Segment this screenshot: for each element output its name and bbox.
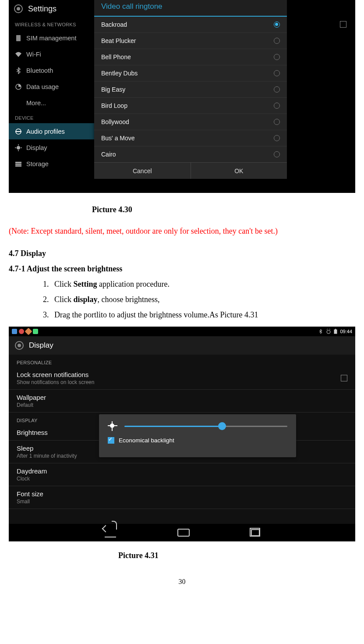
display-icon: [15, 144, 22, 151]
brightness-icon: [108, 421, 117, 431]
svg-rect-9: [15, 162, 21, 163]
step-bold: display: [74, 295, 98, 304]
ringtone-option-bell-phone[interactable]: Bell Phone: [94, 49, 287, 65]
row-lock-notifications[interactable]: Lock screen notifications Show notificat…: [9, 367, 355, 390]
step-bold: Setting: [74, 280, 97, 288]
ringtone-option-beat-plucker[interactable]: Beat Plucker: [94, 33, 287, 49]
recent-apps-button[interactable]: [251, 529, 260, 536]
sidebar-item-label: Storage: [26, 160, 49, 167]
sidebar-item-label: More...: [26, 100, 46, 107]
display-body: PERSONALIZE Lock screen notifications Sh…: [9, 355, 355, 524]
checkbox-icon[interactable]: [341, 375, 347, 381]
status-icons-left: [12, 329, 38, 334]
ok-button[interactable]: OK: [191, 163, 287, 179]
step-2: Click display, choose brightness,: [51, 295, 355, 304]
sidebar-item-display[interactable]: Display: [9, 139, 94, 156]
svg-rect-15: [334, 330, 337, 334]
ringtone-label: Bollywood: [101, 118, 129, 125]
checkbox-icon: [340, 21, 346, 28]
ringtone-option-bird-loop[interactable]: Bird Loop: [94, 98, 287, 114]
cancel-button[interactable]: Cancel: [94, 163, 191, 179]
ringtone-option-bentley-dubs[interactable]: Bentley Dubs: [94, 65, 287, 82]
ringtone-label: Beat Plucker: [101, 37, 136, 44]
slider-thumb[interactable]: [218, 422, 226, 430]
step-text: Click: [54, 280, 74, 288]
display-header: Display: [9, 336, 355, 355]
wifi-icon: [15, 51, 22, 58]
radio-icon: [274, 151, 280, 157]
row-subtitle: Default: [17, 402, 46, 408]
ringtone-option-cairo[interactable]: Cairo: [94, 146, 287, 162]
screenshot-display-brightness: 09:44 Display PERSONALIZE Lock screen no…: [9, 327, 355, 541]
section-personalize: PERSONALIZE: [9, 355, 355, 367]
back-button[interactable]: [105, 528, 116, 537]
ringtone-label: Bus' a Move: [101, 135, 135, 142]
svg-rect-16: [335, 329, 336, 330]
ringtone-label: Backroad: [101, 21, 127, 28]
ringtone-option-bollywood[interactable]: Bollywood: [94, 114, 287, 130]
step-text: application procedure.: [97, 280, 170, 288]
sidebar-item-sim[interactable]: SIM management: [9, 30, 94, 46]
heading-4-7-1: 4.7-1 Adjust the screen brightness: [9, 264, 355, 274]
row-subtitle: Small: [17, 498, 43, 505]
svg-line-13: [327, 329, 328, 330]
step-text: , choose brightness,: [98, 295, 160, 304]
sidebar-item-label: SIM management: [26, 35, 76, 42]
svg-rect-0: [16, 35, 21, 41]
heading-4-7: 4.7 Display: [9, 249, 355, 258]
note-text: (Note: Except standard, silent, meet, ou…: [9, 227, 355, 236]
status-icon: [19, 329, 24, 334]
sidebar-item-storage[interactable]: Storage: [9, 156, 94, 172]
sidebar-item-datausage[interactable]: Data usage: [9, 78, 94, 95]
step-text: Drag the portlito to adjust the brightne…: [54, 310, 258, 319]
status-bar: 09:44: [9, 327, 355, 336]
bluetooth-status-icon: [318, 329, 323, 334]
display-title: Display: [29, 341, 53, 350]
radio-icon: [274, 119, 280, 125]
economical-checkbox[interactable]: [108, 437, 114, 444]
bluetooth-icon: [15, 67, 22, 74]
radio-selected-icon: [274, 21, 280, 28]
ringtone-label: Bentley Dubs: [101, 70, 138, 77]
sidebar-item-label: Bluetooth: [26, 67, 53, 74]
radio-icon: [274, 70, 280, 76]
status-icon: [33, 329, 38, 334]
sidebar-item-more[interactable]: More...: [9, 95, 94, 111]
sidebar-section-device: DEVICE: [9, 111, 94, 123]
row-font-size[interactable]: Font size Small: [9, 486, 355, 509]
dialog-title: Video call ringtone: [94, 0, 287, 17]
row-subtitle: Clock: [17, 476, 47, 482]
economical-label: Economical backlight: [119, 437, 174, 444]
ringtone-list[interactable]: Backroad Beat Plucker Bell Phone Bentley…: [94, 17, 287, 162]
sim-icon: [15, 35, 22, 42]
screenshot-settings-ringtone: Settings WIRELESS & NETWORKS SIM managem…: [9, 0, 355, 193]
ringtone-label: Bell Phone: [101, 53, 131, 60]
ringtone-label: Big Easy: [101, 86, 125, 93]
svg-point-12: [327, 330, 330, 334]
sidebar-item-label: Audio profiles: [26, 128, 65, 135]
settings-sidebar: WIRELESS & NETWORKS SIM management Wi-Fi…: [9, 18, 94, 193]
radio-icon: [274, 135, 280, 141]
sidebar-item-wifi[interactable]: Wi-Fi: [9, 46, 94, 62]
brightness-slider[interactable]: [124, 426, 287, 427]
gear-icon: [14, 4, 23, 13]
sidebar-item-audio-profiles[interactable]: Audio profiles: [9, 123, 94, 139]
svg-point-4: [17, 146, 20, 149]
settings-title: Settings: [28, 4, 57, 14]
row-wallpaper[interactable]: Wallpaper Default: [9, 390, 355, 413]
sidebar-item-bluetooth[interactable]: Bluetooth: [9, 62, 94, 78]
home-button[interactable]: [177, 529, 190, 537]
row-daydream[interactable]: Daydream Clock: [9, 463, 355, 486]
svg-rect-11: [15, 165, 21, 167]
row-title: Font size: [17, 490, 43, 498]
ringtone-option-bus-a-move[interactable]: Bus' a Move: [94, 130, 287, 146]
radio-icon: [274, 86, 280, 93]
ringtone-option-big-easy[interactable]: Big Easy: [94, 82, 287, 98]
sidebar-item-label: Display: [26, 144, 47, 151]
ringtone-option-backroad[interactable]: Backroad: [94, 17, 287, 33]
svg-rect-3: [15, 131, 21, 132]
row-title: Sleep: [17, 445, 77, 452]
row-title: Daydream: [17, 467, 47, 475]
svg-rect-10: [15, 164, 21, 165]
status-icon: [25, 328, 32, 335]
